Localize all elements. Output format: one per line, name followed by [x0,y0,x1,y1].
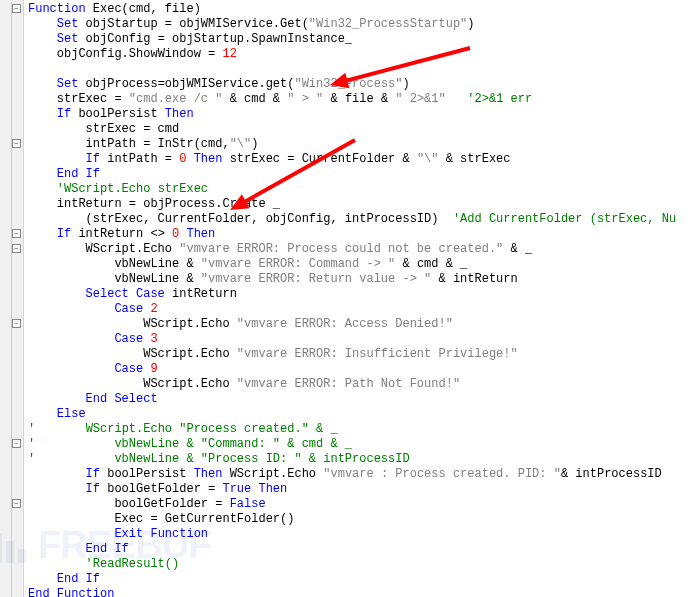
code-line[interactable]: ' WScript.Echo "Process created." & _ [28,422,690,437]
fold-toggle[interactable] [12,439,21,448]
code-line[interactable]: WScript.Echo "vmvare ERROR: Insufficient… [28,347,690,362]
fold-toggle[interactable] [12,244,21,253]
code-token: & _ [503,242,532,256]
code-token [35,437,114,451]
fold-toggle[interactable] [12,229,21,238]
code-line[interactable]: Case 9 [28,362,690,377]
code-token: Case [114,302,143,316]
code-token: 'ReadResult() [86,557,180,571]
code-token: "vmvare ERROR: Process could not be crea… [179,242,503,256]
code-token: If [57,107,71,121]
code-token: Case [114,362,143,376]
code-line[interactable]: WScript.Echo "vmvare ERROR: Access Denie… [28,317,690,332]
code-line[interactable]: End Function [28,587,690,597]
code-area[interactable]: Function Exec(cmd, file) Set objStartup … [24,0,690,597]
code-line[interactable]: WScript.Echo "vmvare ERROR: Process coul… [28,242,690,257]
code-token: WScript.Echo [222,467,323,481]
code-token: intReturn [165,287,237,301]
code-token: vbNewLine & [114,257,200,271]
code-token: WScript.Echo [86,242,180,256]
code-line[interactable]: If boolGetFolder = True Then [28,482,690,497]
fold-toggle[interactable] [12,499,21,508]
code-line[interactable]: End Select [28,392,690,407]
code-token: vbNewLine & "Process ID: " & intProcessI… [114,452,409,466]
code-token: WScript.Echo [143,347,237,361]
code-token: Function [28,2,86,16]
code-token: intPath = InStr(cmd, [86,137,230,151]
code-token: "Win32_ProcessStartup" [309,17,467,31]
code-line[interactable]: Case 2 [28,302,690,317]
code-token: WScript.Echo [143,317,237,331]
code-token [35,452,114,466]
code-token: Then [186,227,215,241]
fold-gutter [0,0,24,597]
code-token: End If [57,167,100,181]
code-line[interactable]: strExec = cmd [28,122,690,137]
code-line[interactable]: vbNewLine & "vmvare ERROR: Command -> " … [28,257,690,272]
code-line[interactable]: Else [28,407,690,422]
fold-toggle[interactable] [12,319,21,328]
code-token: Then [194,152,223,166]
code-line[interactable]: If boolPersist Then [28,107,690,122]
code-token: Set [57,17,79,31]
code-token: WScript.Echo [143,377,237,391]
code-line[interactable]: intReturn = objProcess.Create _ [28,197,690,212]
code-line[interactable]: ' vbNewLine & "Process ID: " & intProces… [28,452,690,467]
code-line[interactable] [28,62,690,77]
code-line[interactable]: 'ReadResult() [28,557,690,572]
code-token: & cmd & _ [395,257,467,271]
code-token: False [230,497,266,511]
code-token: intReturn <> [71,227,172,241]
code-token: Set [57,77,79,91]
code-line[interactable]: Function Exec(cmd, file) [28,2,690,17]
code-token: Exit Function [114,527,208,541]
code-line[interactable]: Set objProcess=objWMIService.get("Win32_… [28,77,690,92]
code-line[interactable]: If intPath = 0 Then strExec = CurrentFol… [28,152,690,167]
fold-toggle[interactable] [12,139,21,148]
code-token: "vmvare ERROR: Command -> " [201,257,395,271]
code-token: ) [251,137,258,151]
code-token: intPath = [100,152,179,166]
code-token: " 2>&1" [395,92,445,106]
code-line[interactable]: End If [28,542,690,557]
code-token: boolPersist [100,467,194,481]
code-line[interactable]: Case 3 [28,332,690,347]
code-token: & intProcessID [561,467,662,481]
code-token: ) [467,17,474,31]
code-line[interactable]: (strExec, CurrentFolder, objConfig, intP… [28,212,690,227]
code-line[interactable]: Select Case intReturn [28,287,690,302]
code-line[interactable]: Exit Function [28,527,690,542]
code-token: "\" [417,152,439,166]
code-line[interactable]: vbNewLine & "vmvare ERROR: Return value … [28,272,690,287]
code-token: '2>&1 err [467,92,532,106]
code-line[interactable]: If boolPersist Then WScript.Echo "vmvare… [28,467,690,482]
code-token: " > " [287,92,323,106]
code-line[interactable]: ' vbNewLine & "Command: " & cmd & _ [28,437,690,452]
code-line[interactable]: strExec = "cmd.exe /c " & cmd & " > " & … [28,92,690,107]
code-token: "Win32_Process" [294,77,402,91]
code-line[interactable]: If intReturn <> 0 Then [28,227,690,242]
code-line[interactable]: Set objStartup = objWMIService.Get("Win3… [28,17,690,32]
code-line[interactable]: End If [28,572,690,587]
code-token [35,422,85,436]
code-token: 2 [150,302,157,316]
code-line[interactable]: Set objConfig = objStartup.SpawnInstance… [28,32,690,47]
code-line[interactable]: End If [28,167,690,182]
code-token: Else [57,407,86,421]
code-token: Select Case [86,287,165,301]
code-line[interactable]: Exec = GetCurrentFolder() [28,512,690,527]
fold-toggle[interactable] [12,4,21,13]
code-token: (strExec, CurrentFolder, objConfig, intP… [86,212,453,226]
code-token: objConfig.ShowWindow = [57,47,223,61]
code-token: End Function [28,587,114,597]
code-token: & cmd & [222,92,287,106]
code-line[interactable]: objConfig.ShowWindow = 12 [28,47,690,62]
code-token: Exec = GetCurrentFolder() [114,512,294,526]
code-token: vbNewLine & [114,272,200,286]
code-line[interactable]: 'WScript.Echo strExec [28,182,690,197]
code-token: End If [57,572,100,586]
code-line[interactable]: boolGetFolder = False [28,497,690,512]
code-token: Set [57,32,79,46]
code-line[interactable]: intPath = InStr(cmd,"\") [28,137,690,152]
code-line[interactable]: WScript.Echo "vmvare ERROR: Path Not Fou… [28,377,690,392]
